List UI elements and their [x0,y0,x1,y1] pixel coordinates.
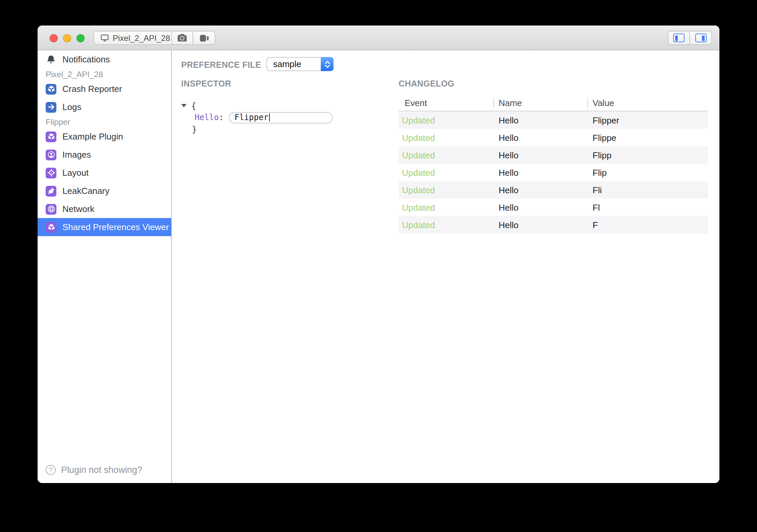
column-header-event[interactable]: Event [399,95,493,111]
changelog-table: Event Name Value Updated Hello Flipper U… [399,95,708,233]
cell-event: Updated [399,164,493,181]
cell-value: Fli [587,181,708,199]
screenshot-button[interactable] [171,31,193,45]
cell-value: Flip [587,164,708,181]
bell-icon [46,54,56,65]
sidebar-item-label: Images [62,150,91,160]
sidebar-item-crash-reporter[interactable]: Crash Reporter [38,80,171,98]
screen-record-button[interactable] [193,31,215,45]
cell-value: F [587,216,708,233]
capture-button-group [171,31,215,45]
plugin-content: PREFERENCE FILE sample INSPECTOR { [172,50,719,483]
open-brace: { [191,101,196,111]
sidebar-item-label: Shared Preferences Viewer [62,222,169,232]
sidebar-item-shared-preferences-viewer[interactable]: Shared Preferences Viewer [38,218,171,236]
person-circle-icon [46,149,56,160]
json-colon: : [219,113,223,122]
tree-root-line: { [180,100,333,112]
screen: Pixel_2_API_28 [0,0,757,532]
column-header-value[interactable]: Value [587,95,708,111]
cell-name: Hello [493,146,587,164]
table-row[interactable]: Updated Hello Fli [399,181,708,199]
sidebar-item-logs[interactable]: Logs [38,98,171,116]
preference-file-select[interactable]: sample [266,57,334,71]
table-row[interactable]: Updated Hello Fl [399,199,708,216]
window-body: Notifications Pixel_2_API_28 Crash Repor… [38,50,719,483]
close-brace: } [192,125,197,134]
device-selector-button[interactable]: Pixel_2_API_28 [93,31,177,45]
arrow-right-icon [46,102,56,112]
plugin-sidebar: Notifications Pixel_2_API_28 Crash Repor… [38,50,172,483]
cell-name: Hello [493,181,587,199]
sidebar-item-notifications[interactable]: Notifications [38,50,171,68]
sidebar-item-leakcanary[interactable]: LeakCanary [38,182,171,200]
cell-event: Updated [399,181,493,199]
changelog-label: CHANGELOG [399,79,454,89]
cell-event: Updated [399,129,493,146]
disclosure-triangle-icon[interactable] [181,104,187,108]
cell-name: Hello [493,111,587,129]
sidebar-item-label: Example Plugin [62,131,123,142]
cube-icon [46,131,56,142]
plugin-help-label: Plugin not showing? [61,465,142,475]
inspector-label: INSPECTOR [181,79,231,89]
column-header-name[interactable]: Name [493,95,587,111]
toggle-left-sidebar-button[interactable] [668,31,690,45]
cell-value: Flippe [587,129,708,146]
flipper-window: Pixel_2_API_28 [38,25,719,483]
device-selector-label: Pixel_2_API_28 [113,33,170,43]
close-window-button[interactable] [50,34,58,42]
inspector-tree: { Hello : Flipper } [180,100,333,135]
sidebar-item-label: Network [62,204,94,214]
tree-close-line: } [180,123,333,135]
text-caret [269,114,270,122]
cube-icon [46,84,56,94]
sidebar-item-label: Layout [62,168,89,178]
preference-file-label: PREFERENCE FILE [181,60,261,70]
sidebar-item-label: LeakCanary [62,186,109,196]
globe-icon [46,204,56,214]
sidebar-item-network[interactable]: Network [38,200,171,218]
zoom-window-button[interactable] [77,34,85,42]
cell-event: Updated [399,146,493,164]
sidebar-section-app: Flipper [38,116,171,127]
cell-event: Updated [399,111,493,129]
cell-name: Hello [493,199,587,216]
table-row[interactable]: Updated Hello F [399,216,708,233]
value-input-text: Flipper [235,113,268,122]
right-pane-icon [695,34,706,42]
sidebar-item-example-plugin[interactable]: Example Plugin [38,127,171,146]
cell-name: Hello [493,164,587,181]
tree-entry-line: Hello : Flipper [180,112,333,123]
toggle-right-sidebar-button[interactable] [690,31,712,45]
sidebar-item-layout[interactable]: Layout [38,164,171,182]
json-key: Hello [195,113,219,122]
cell-value: Fl [587,199,708,216]
target-icon [46,167,56,178]
preference-file-selected-option: sample [273,59,301,69]
table-row[interactable]: Updated Hello Flippe [399,129,708,146]
help-icon: ? [46,465,56,475]
cube-icon [46,222,56,232]
sidebar-item-label: Logs [62,102,81,112]
video-camera-icon [199,34,209,42]
cell-name: Hello [493,129,587,146]
cell-value: Flipper [587,111,708,129]
value-input[interactable]: Flipper [229,112,333,123]
sidebar-item-images[interactable]: Images [38,146,171,164]
plugin-help-link[interactable]: ? Plugin not showing? [46,461,142,479]
table-row[interactable]: Updated Hello Flipp [399,146,708,164]
left-pane-icon [673,34,685,42]
sidebar-item-label: Crash Reporter [62,84,122,94]
titlebar: Pixel_2_API_28 [38,25,719,50]
sidebar-section-device: Pixel_2_API_28 [38,68,171,80]
table-row[interactable]: Updated Hello Flipper [399,111,708,129]
select-stepper-icon [321,57,334,71]
table-row[interactable]: Updated Hello Flip [399,164,708,181]
traffic-lights [50,34,85,42]
cell-value: Flipp [587,146,708,164]
bird-icon [46,185,56,196]
minimize-window-button[interactable] [63,34,71,42]
cell-event: Updated [399,216,493,233]
cell-event: Updated [399,199,493,216]
